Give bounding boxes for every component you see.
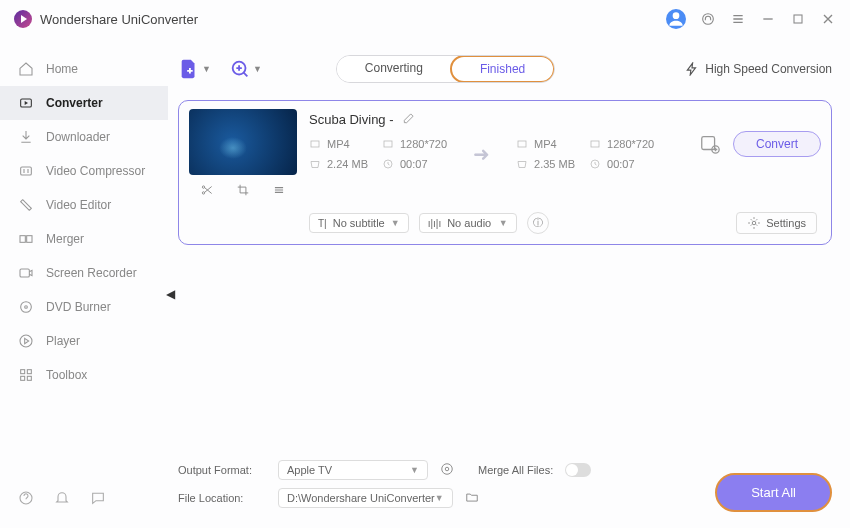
- info-button[interactable]: ⓘ: [527, 212, 549, 234]
- svg-point-1: [703, 14, 714, 25]
- trim-icon[interactable]: [194, 181, 220, 202]
- recorder-icon: [18, 265, 34, 281]
- video-title: Scuba Diving -: [309, 112, 394, 127]
- sidebar-item-downloader[interactable]: Downloader: [0, 120, 168, 154]
- file-location-select[interactable]: D:\Wondershare UniConverter▼: [278, 488, 453, 508]
- svg-rect-20: [384, 141, 392, 147]
- svg-rect-14: [27, 376, 31, 380]
- editor-icon: [18, 197, 34, 213]
- add-file-button[interactable]: ▼: [178, 58, 211, 80]
- svg-point-28: [445, 467, 449, 471]
- sidebar-item-burner[interactable]: DVD Burner: [0, 290, 168, 324]
- toolbox-icon: [18, 367, 34, 383]
- svg-point-29: [442, 464, 453, 475]
- download-icon: [18, 129, 34, 145]
- arrow-icon: ➜: [473, 142, 490, 166]
- output-format-select[interactable]: Apple TV▼: [278, 460, 428, 480]
- high-speed-toggle[interactable]: High Speed Conversion: [685, 62, 832, 76]
- minimize-button[interactable]: [760, 11, 776, 27]
- home-icon: [18, 61, 34, 77]
- video-card: Scuba Diving - MP4 1280*720 2.24 MB 00:0…: [178, 100, 832, 245]
- sidebar-item-recorder[interactable]: Screen Recorder: [0, 256, 168, 290]
- app-logo: [14, 10, 32, 28]
- svg-point-8: [21, 302, 32, 313]
- sidebar: Home Converter Downloader Video Compress…: [0, 38, 168, 528]
- file-location-label: File Location:: [178, 492, 266, 504]
- speed-label: High Speed Conversion: [705, 62, 832, 76]
- tab-converting[interactable]: Converting: [337, 56, 451, 82]
- add-url-button[interactable]: ▼: [229, 58, 262, 80]
- support-icon[interactable]: [700, 11, 716, 27]
- feedback-icon[interactable]: [90, 490, 106, 506]
- format-settings-icon[interactable]: [440, 462, 454, 478]
- merge-label: Merge All Files:: [478, 464, 553, 476]
- sidebar-label: Toolbox: [46, 368, 87, 382]
- sidebar-item-converter[interactable]: Converter: [0, 86, 168, 120]
- video-thumbnail[interactable]: [189, 109, 297, 175]
- svg-rect-11: [21, 370, 25, 374]
- player-icon: [18, 333, 34, 349]
- more-icon[interactable]: [266, 181, 292, 202]
- close-button[interactable]: [820, 11, 836, 27]
- settings-button[interactable]: Settings: [736, 212, 817, 234]
- app-title: Wondershare UniConverter: [40, 12, 198, 27]
- merge-toggle[interactable]: [565, 463, 591, 477]
- sidebar-label: Screen Recorder: [46, 266, 137, 280]
- merger-icon: [18, 231, 34, 247]
- sidebar-item-home[interactable]: Home: [0, 52, 168, 86]
- account-icon[interactable]: [666, 9, 686, 29]
- svg-point-18: [202, 192, 204, 194]
- sidebar-label: Merger: [46, 232, 84, 246]
- convert-button[interactable]: Convert: [733, 131, 821, 157]
- svg-point-17: [202, 186, 204, 188]
- svg-rect-12: [27, 370, 31, 374]
- maximize-button[interactable]: [790, 11, 806, 27]
- sidebar-item-merger[interactable]: Merger: [0, 222, 168, 256]
- svg-rect-2: [794, 15, 802, 23]
- help-icon[interactable]: [18, 490, 34, 506]
- sidebar-label: Video Compressor: [46, 164, 145, 178]
- output-settings-icon[interactable]: [699, 133, 721, 155]
- sidebar-item-player[interactable]: Player: [0, 324, 168, 358]
- open-folder-icon[interactable]: [465, 490, 479, 506]
- sidebar-label: DVD Burner: [46, 300, 111, 314]
- output-format-label: Output Format:: [178, 464, 266, 476]
- subtitle-select[interactable]: T|No subtitle▼: [309, 213, 409, 233]
- converter-icon: [18, 95, 34, 111]
- bell-icon[interactable]: [54, 490, 70, 506]
- svg-rect-4: [21, 167, 32, 175]
- svg-rect-7: [20, 269, 29, 277]
- sidebar-label: Video Editor: [46, 198, 111, 212]
- crop-icon[interactable]: [230, 181, 256, 202]
- source-specs: MP4 1280*720 2.24 MB 00:07: [309, 138, 447, 170]
- sidebar-item-editor[interactable]: Video Editor: [0, 188, 168, 222]
- sidebar-label: Downloader: [46, 130, 110, 144]
- sidebar-label: Converter: [46, 96, 103, 110]
- tab-finished[interactable]: Finished: [450, 55, 555, 83]
- sidebar-item-toolbox[interactable]: Toolbox: [0, 358, 168, 392]
- start-all-button[interactable]: Start All: [715, 473, 832, 512]
- sidebar-label: Home: [46, 62, 78, 76]
- svg-rect-23: [591, 141, 599, 147]
- svg-point-10: [20, 335, 32, 347]
- audio-select[interactable]: ı|ı|ıNo audio▼: [419, 213, 517, 233]
- sidebar-label: Player: [46, 334, 80, 348]
- lightning-icon: [685, 62, 699, 76]
- svg-rect-5: [20, 236, 25, 243]
- titlebar: Wondershare UniConverter: [0, 0, 850, 38]
- svg-point-0: [673, 12, 680, 19]
- burner-icon: [18, 299, 34, 315]
- compressor-icon: [18, 163, 34, 179]
- svg-rect-13: [21, 376, 25, 380]
- svg-rect-22: [518, 141, 526, 147]
- svg-point-9: [25, 306, 28, 309]
- status-tabs: Converting Finished: [336, 55, 555, 83]
- edit-title-icon[interactable]: [402, 111, 416, 128]
- svg-point-27: [753, 221, 757, 225]
- sidebar-item-compressor[interactable]: Video Compressor: [0, 154, 168, 188]
- svg-rect-6: [27, 236, 32, 243]
- target-specs: MP4 1280*720 2.35 MB 00:07: [516, 138, 654, 170]
- menu-icon[interactable]: [730, 11, 746, 27]
- svg-rect-19: [311, 141, 319, 147]
- toolbar: ▼ ▼ Converting Finished High Speed Conve…: [178, 48, 832, 90]
